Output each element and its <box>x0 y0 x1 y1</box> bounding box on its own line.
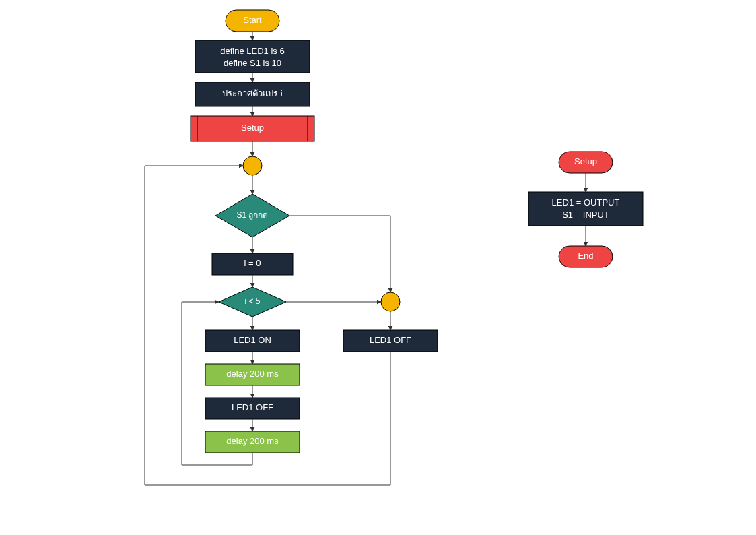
led1-off-outer-label: LED1 OFF <box>370 335 411 345</box>
loop-connector-top <box>243 156 262 175</box>
merge-connector-right <box>381 292 400 311</box>
i-zero-box: i = 0 <box>212 253 293 275</box>
decision-s1-label: S1 ถูกกด <box>236 210 268 220</box>
start-label: Start <box>243 15 262 25</box>
sub-body-l2: S1 = INPUT <box>562 210 609 220</box>
decision-i5-label: i < 5 <box>244 296 260 306</box>
led1-on-label: LED1 ON <box>234 335 271 345</box>
setup-call-label: Setup <box>241 123 264 133</box>
led1-off-outer-box: LED1 OFF <box>343 330 438 352</box>
define-line1: define LED1 is 6 <box>220 46 284 56</box>
declare-i-label: ประกาศตัวแปร i <box>222 88 283 98</box>
s1-false-wire <box>289 216 390 292</box>
sub-setup-terminator: Setup <box>559 152 613 173</box>
sub-end-label: End <box>578 251 593 261</box>
led1-off-inner-box: LED1 OFF <box>205 398 300 419</box>
led1-off-inner-label: LED1 OFF <box>232 402 273 412</box>
setup-call-box: Setup <box>191 116 314 141</box>
define-line2: define S1 is 10 <box>224 58 281 68</box>
delay-1-box: delay 200 ms <box>205 364 300 385</box>
decision-i-lt-5: i < 5 <box>219 287 286 317</box>
led1-on-box: LED1 ON <box>205 330 300 352</box>
delay-2-box: delay 200 ms <box>205 431 300 453</box>
sub-setup-label: Setup <box>574 156 597 166</box>
delay-2-label: delay 200 ms <box>226 436 279 446</box>
declare-i-box: ประกาศตัวแปร i <box>195 82 310 106</box>
sub-body-box: LED1 = OUTPUT S1 = INPUT <box>528 192 643 226</box>
decision-s1-pressed: S1 ถูกกด <box>215 194 289 237</box>
delay-1-label: delay 200 ms <box>226 369 279 379</box>
start-terminator: Start <box>226 10 279 32</box>
sub-end-terminator: End <box>559 246 613 268</box>
i-zero-label: i = 0 <box>244 258 261 268</box>
sub-body-l1: LED1 = OUTPUT <box>552 197 620 208</box>
define-box: define LED1 is 6 define S1 is 10 <box>195 40 310 73</box>
